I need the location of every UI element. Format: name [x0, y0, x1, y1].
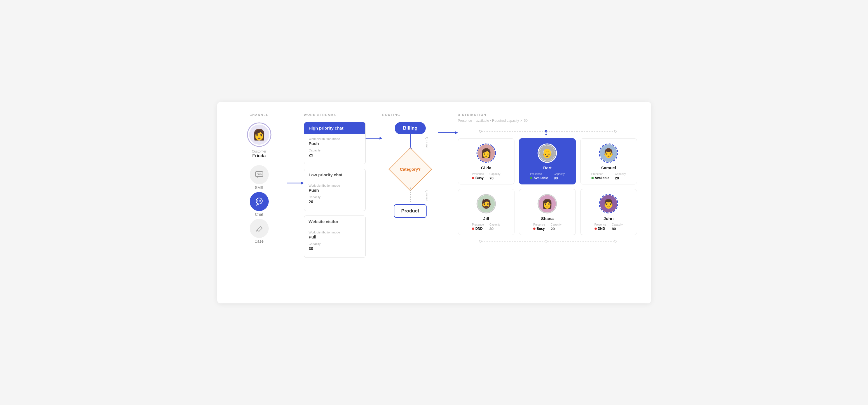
- arrow-rt-dist-svg: [438, 130, 458, 135]
- bert-presence-label: Presence: [530, 173, 542, 176]
- distribution-column-header: DISTRIBUTION: [458, 113, 637, 117]
- routing-column: ROUTING Billing Queue Catego: [382, 113, 438, 218]
- ws1-cap-value: 20: [309, 199, 361, 204]
- agent-card-jill: 🧔 Jill Presence DND Capacity: [458, 189, 515, 235]
- ws0-mode-label: Work distribution mode: [309, 137, 361, 141]
- john-name: John: [603, 216, 614, 221]
- svg-text:SMS: SMS: [257, 173, 262, 176]
- bert-stats: Presence Available Capacity 80: [523, 173, 572, 180]
- sms-icon: SMS: [255, 171, 264, 178]
- workstreams-column: WORK STREAMS High priority chat Work dis…: [304, 113, 366, 262]
- jill-avatar-ring: 🧔: [476, 194, 496, 214]
- samuel-capacity-value: 20: [615, 176, 619, 180]
- gilda-ring-svg: [476, 143, 496, 163]
- workstream-low-priority-header: Low priority chat: [304, 169, 365, 181]
- svg-point-35: [614, 240, 616, 242]
- gilda-stats: Presence Busy Capacity 70: [462, 173, 511, 180]
- ws0-cap-value: 25: [309, 153, 361, 157]
- sms-label: SMS: [255, 185, 263, 190]
- jill-capacity-stat: Capacity 30: [490, 223, 500, 231]
- workstream-low-priority: Low priority chat Work distribution mode…: [304, 169, 366, 211]
- svg-marker-23: [545, 134, 547, 135]
- shana-presence-stat: Presence Busy: [533, 223, 545, 231]
- agent-card-john: 👨 John Presence DND Capacity: [580, 189, 637, 235]
- gilda-capacity-stat: Capacity 70: [490, 173, 500, 180]
- jill-ring-svg: [476, 194, 496, 214]
- svg-point-31: [479, 240, 482, 242]
- agents-row-top: 👩 Gilda Presence Busy Capacity: [458, 138, 637, 184]
- gilda-avatar-ring: 👩: [476, 143, 496, 163]
- bert-name: Bert: [543, 165, 551, 170]
- queue2-label: Queue: [425, 190, 428, 201]
- routing-column-header: ROUTING: [382, 113, 401, 117]
- ws1-mode-label: Work distribution mode: [309, 184, 361, 187]
- svg-point-5: [257, 200, 258, 201]
- category-decision-label: Category?: [400, 167, 421, 172]
- john-capacity-stat: Capacity 80: [612, 223, 623, 231]
- gilda-presence-value: Busy: [472, 176, 484, 180]
- ws2-cap-value: 30: [309, 246, 361, 251]
- queue2-connector: Queue: [388, 188, 433, 204]
- samuel-ring-svg: [598, 143, 619, 163]
- jill-capacity-value: 30: [490, 227, 494, 231]
- workstream-high-priority: High priority chat Work distribution mod…: [304, 122, 366, 164]
- agent-card-shana: 👩 Shana Presence Busy Capacity: [519, 189, 576, 235]
- jill-presence-stat: Presence DND: [472, 223, 484, 231]
- bert-presence-stat: Presence Available: [530, 173, 548, 180]
- jill-presence-value: DND: [472, 227, 483, 230]
- dist-bottom-connector: [458, 239, 637, 245]
- gilda-name: Gilda: [481, 165, 492, 170]
- john-stats: Presence DND Capacity 80: [584, 223, 633, 231]
- workstream-website-visitor: Website visitor Work distribution mode P…: [304, 216, 366, 258]
- channel-column: CHANNEL 👩 Customer Frieda: [231, 113, 287, 244]
- gilda-capacity-value: 70: [490, 176, 494, 180]
- billing-label: Billing: [395, 122, 426, 134]
- bert-avatar-ring: 👴: [537, 143, 557, 163]
- svg-point-33: [545, 240, 547, 242]
- jill-capacity-label: Capacity: [490, 223, 500, 226]
- chat-icon: [254, 197, 264, 206]
- ws1-cap-label: Capacity: [309, 195, 361, 199]
- samuel-presence-value: Available: [591, 176, 609, 180]
- customer-avatar-wrap: 👩: [247, 122, 272, 147]
- billing-node: Billing: [395, 122, 426, 134]
- gilda-status-dot: [472, 177, 474, 179]
- channel-item-sms: SMS SMS: [250, 165, 269, 190]
- arrow-ch-ws-svg: [287, 180, 304, 186]
- jill-stats: Presence DND Capacity 30: [462, 223, 511, 231]
- customer-section: 👩 Customer Frieda: [247, 122, 272, 158]
- svg-point-17: [479, 130, 482, 132]
- customer-name: Frieda: [252, 153, 266, 158]
- shana-avatar-ring: 👩: [537, 194, 557, 214]
- ws1-mode-value: Push: [309, 188, 361, 193]
- distribution-column: DISTRIBUTION Presence = available • Requ…: [458, 113, 637, 245]
- agent-card-gilda: 👩 Gilda Presence Busy Capacity: [458, 138, 515, 184]
- bert-capacity-value: 80: [554, 176, 558, 180]
- shana-capacity-label: Capacity: [551, 223, 561, 226]
- shana-capacity-stat: Capacity 20: [551, 223, 561, 231]
- bert-capacity-stat: Capacity 80: [554, 173, 565, 180]
- product-label: Product: [401, 208, 419, 214]
- svg-point-24: [477, 144, 495, 162]
- svg-marker-16: [455, 131, 458, 134]
- agent-card-bert: 👴 Bert Presence Available Capacity: [519, 138, 576, 184]
- john-presence-label: Presence: [594, 223, 606, 226]
- john-avatar-ring: 👨: [598, 194, 619, 214]
- arrow-routing-dist: [438, 130, 458, 135]
- chat-icon-circle: [250, 192, 269, 211]
- arrow-ws-rt-svg: [366, 135, 382, 141]
- svg-point-29: [538, 194, 556, 213]
- distribution-header: DISTRIBUTION Presence = available • Requ…: [458, 113, 637, 127]
- shana-status-dot: [533, 227, 535, 230]
- svg-point-26: [539, 145, 555, 161]
- jill-name: Jill: [483, 216, 489, 221]
- workstream-high-priority-header: High priority chat: [304, 122, 365, 134]
- shana-capacity-value: 20: [551, 227, 555, 231]
- shana-name: Shana: [541, 216, 554, 221]
- ws2-mode-label: Work distribution mode: [309, 230, 361, 234]
- gilda-presence-label: Presence: [472, 173, 484, 176]
- john-ring-svg: [598, 194, 619, 214]
- ws0-mode-value: Push: [309, 141, 361, 146]
- ws2-cap-label: Capacity: [309, 242, 361, 246]
- channel-item-case: Case: [250, 219, 269, 244]
